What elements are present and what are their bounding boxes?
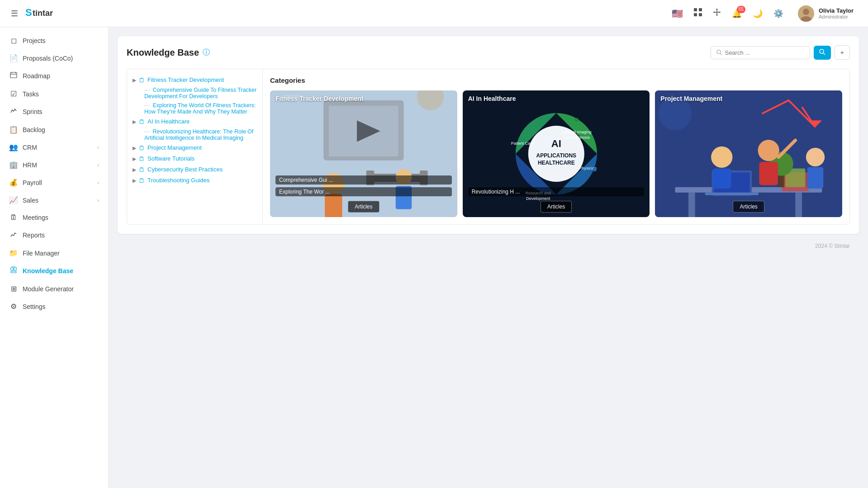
- tree-sub-ai-1[interactable]: Revolutionizing Healthcare: The Role Of …: [144, 127, 262, 142]
- svg-rect-20: [14, 267, 16, 270]
- tree-icon-fitness: 🗒: [139, 77, 145, 84]
- payroll-icon: 💰: [9, 178, 18, 187]
- sidebar-item-proposals[interactable]: 📄 Proposals (CoCo): [0, 49, 108, 67]
- ai-article-1[interactable]: Revolutionizing H ...: [468, 187, 645, 196]
- sidebar-item-sales[interactable]: 📈 Sales ›: [0, 191, 108, 209]
- sidebar-label-crm: CRM: [23, 144, 37, 151]
- cat-card-ai[interactable]: AI APPLICATIONS HEALTHCARE Medical Imagi…: [463, 90, 650, 217]
- language-selector[interactable]: 🇺🇸: [670, 6, 685, 21]
- cat-card-fitness[interactable]: Fitness Tracker Development Comprehensiv…: [270, 90, 457, 217]
- tree-arrow-ai[interactable]: ▶: [133, 119, 136, 125]
- search-box: [711, 46, 810, 59]
- fitness-card-bottom: Comprehensive Gui ... Exploring The Wor …: [270, 171, 457, 217]
- tree-icon-ai: 🗒: [139, 118, 145, 125]
- sidebar-item-sprints[interactable]: Sprints: [0, 103, 108, 121]
- sidebar-item-meetings[interactable]: 🗓 Meetings: [0, 209, 108, 226]
- sidebar-item-module-generator[interactable]: ⊞ Module Generator: [0, 280, 108, 298]
- sidebar-label-sprints: Sprints: [23, 108, 43, 115]
- pm-articles-button[interactable]: Articles: [733, 201, 764, 213]
- sidebar-item-knowledge-base[interactable]: Knowledge Base: [0, 262, 108, 280]
- sidebar-item-reports[interactable]: Reports: [0, 226, 108, 244]
- sidebar-item-roadmap[interactable]: Roadmap: [0, 67, 108, 85]
- roadmap-icon: [9, 71, 18, 81]
- tree-label-fitness[interactable]: Fitness Tracker Development: [147, 76, 224, 83]
- cat-card-pm[interactable]: Project Management Articles: [655, 90, 842, 217]
- svg-rect-2: [694, 8, 697, 11]
- hamburger-button[interactable]: ☰: [9, 7, 20, 20]
- kb-grid: ▶ 🗒 Fitness Tracker Development Comprehe…: [127, 69, 850, 225]
- tree-label-sw[interactable]: Software Tutorials: [147, 155, 194, 162]
- settings-button[interactable]: ⚙️: [772, 7, 785, 20]
- pm-card-overlay: Project Management Articles: [655, 90, 842, 217]
- projects-icon: ◻: [9, 36, 18, 45]
- svg-point-24: [820, 49, 824, 53]
- tree-arrow-sw[interactable]: ▶: [133, 156, 136, 162]
- svg-line-25: [823, 53, 825, 55]
- svg-rect-19: [11, 267, 13, 270]
- header-right: 🇺🇸 🔔 55: [670, 3, 859, 24]
- fitness-article-1[interactable]: Comprehensive Gui ...: [275, 175, 452, 185]
- tree-icon-cyber: 🗒: [139, 166, 145, 173]
- info-icon[interactable]: ⓘ: [203, 48, 210, 57]
- tree-label-trouble[interactable]: Troubleshooting Guides: [147, 177, 210, 184]
- search-input[interactable]: [725, 49, 804, 56]
- user-role: Administrator: [819, 14, 854, 19]
- notifications-button[interactable]: 🔔 55: [730, 7, 744, 20]
- page-title-area: Knowledge Base ⓘ: [127, 47, 210, 58]
- tree-sub-fitness-2[interactable]: Exploring The World Of Fitness Trackers:…: [144, 101, 262, 116]
- sidebar-label-roadmap: Roadmap: [23, 72, 50, 80]
- sidebar-item-file-manager[interactable]: 📁 File Manager: [0, 244, 108, 262]
- dark-mode-button[interactable]: 🌙: [751, 7, 764, 20]
- tree-category-trouble: ▶ 🗒 Troubleshooting Guides: [127, 175, 262, 186]
- svg-rect-4: [694, 13, 697, 16]
- categories-title: Categories: [270, 76, 842, 84]
- footer: 2024 © Stintar: [118, 234, 859, 258]
- fitness-article-2[interactable]: Exploring The Wor ...: [275, 187, 452, 196]
- tree-category-fitness: ▶ 🗒 Fitness Tracker Development: [127, 75, 262, 85]
- payroll-arrow: ›: [97, 180, 99, 186]
- module-generator-icon: ⊞: [9, 284, 18, 293]
- ai-articles-button[interactable]: Articles: [541, 201, 572, 213]
- move-button[interactable]: [711, 6, 723, 20]
- sidebar-item-settings[interactable]: ⚙ Settings: [0, 298, 108, 315]
- tree-label-ai[interactable]: AI In Healthcare: [147, 118, 190, 125]
- sidebar-item-payroll[interactable]: 💰 Payroll ›: [0, 174, 108, 191]
- user-name: Olivia Taylor: [819, 7, 854, 14]
- fitness-card-overlay: Fitness Tracker Development Comprehensiv…: [270, 90, 457, 217]
- svg-point-22: [717, 50, 721, 54]
- tree-arrow-pm[interactable]: ▶: [133, 145, 136, 151]
- svg-marker-9: [716, 14, 718, 16]
- tree-sub-fitness-1[interactable]: Comprehensive Guide To Fitness Tracker D…: [144, 85, 262, 101]
- ai-card-bottom: Revolutionizing H ... Articles: [463, 183, 650, 217]
- apps-button[interactable]: [692, 6, 704, 20]
- tree-arrow-cyber[interactable]: ▶: [133, 167, 136, 173]
- logo: S tintar: [25, 6, 62, 21]
- sidebar-item-projects[interactable]: ◻ Projects: [0, 32, 108, 49]
- sidebar-item-backlog[interactable]: 📋 Backlog: [0, 121, 108, 138]
- sprints-icon: [9, 107, 18, 116]
- add-button[interactable]: +: [835, 45, 850, 60]
- search-button[interactable]: [814, 46, 831, 60]
- sidebar-label-settings: Settings: [23, 303, 46, 310]
- sidebar-item-hrm[interactable]: 🏢 HRM ›: [0, 156, 108, 174]
- crm-icon: 👥: [9, 143, 18, 152]
- svg-text:S: S: [25, 7, 32, 18]
- crm-arrow: ›: [97, 144, 99, 151]
- tree-arrow-fitness[interactable]: ▶: [133, 77, 136, 83]
- meetings-icon: 🗓: [9, 213, 18, 222]
- sidebar-item-crm[interactable]: 👥 CRM ›: [0, 138, 108, 156]
- tree-arrow-trouble[interactable]: ▶: [133, 178, 136, 184]
- tree-label-pm[interactable]: Project Management: [147, 144, 202, 151]
- sales-arrow: ›: [97, 197, 99, 204]
- sidebar-item-tasks[interactable]: ☑ Tasks: [0, 85, 108, 103]
- pm-card-bottom: Articles: [655, 194, 842, 217]
- user-menu[interactable]: Olivia Taylor Administrator: [792, 3, 859, 24]
- page-header: Knowledge Base ⓘ: [127, 45, 850, 60]
- tree-category-sw: ▶ 🗒 Software Tutorials: [127, 153, 262, 164]
- tree-label-cyber[interactable]: Cybersecurity Best Practices: [147, 166, 223, 173]
- svg-rect-15: [10, 72, 17, 78]
- fitness-articles-button[interactable]: Articles: [348, 201, 379, 213]
- search-area: +: [711, 45, 850, 60]
- hrm-icon: 🏢: [9, 161, 18, 169]
- hrm-arrow: ›: [97, 162, 99, 168]
